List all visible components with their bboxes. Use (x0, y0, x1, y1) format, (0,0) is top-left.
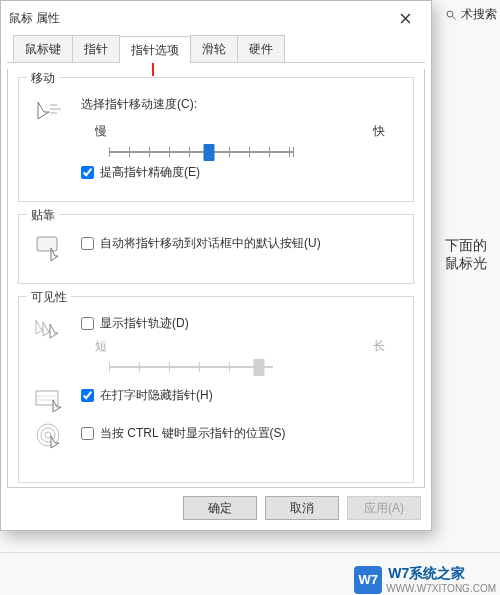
pointer-options-panel: 移动 选择指针移动速度(C): 慢 快 (7, 69, 425, 488)
svg-point-14 (45, 432, 51, 438)
snap-to-default-checkbox[interactable] (81, 237, 94, 250)
trails-short-label: 短 (95, 338, 107, 355)
tab-wheel[interactable]: 滑轮 (190, 35, 238, 62)
trails-slider (81, 361, 301, 373)
background-divider (0, 552, 500, 553)
group-visibility: 可见性 显示指针轨迹(D) (18, 296, 414, 483)
slow-label: 慢 (95, 123, 107, 140)
speed-slider[interactable] (81, 146, 321, 158)
show-trails-label: 显示指针轨迹(D) (100, 315, 189, 332)
hide-while-typing-label: 在打字时隐藏指针(H) (100, 387, 213, 404)
speed-label: 选择指针移动速度(C): (81, 96, 399, 113)
fast-label: 快 (373, 123, 385, 140)
close-button[interactable] (387, 7, 423, 29)
enhance-precision-label: 提高指针精确度(E) (100, 164, 200, 181)
search-icon (445, 9, 457, 21)
watermark-text: W7系统之家 (388, 565, 496, 583)
ctrl-locate-checkbox[interactable] (81, 427, 94, 440)
apply-button[interactable]: 应用(A) (347, 496, 421, 520)
ctrl-locate-icon (33, 421, 67, 451)
speed-icon (33, 96, 67, 126)
ok-button[interactable]: 确定 (183, 496, 257, 520)
hide-typing-icon (33, 385, 67, 415)
trails-icon (33, 315, 67, 345)
enhance-precision-checkbox[interactable] (81, 166, 94, 179)
trails-long-label: 长 (373, 338, 385, 355)
background-side-text: 下面的鼠标光 (445, 237, 500, 273)
group-motion-title: 移动 (27, 70, 59, 87)
watermark: W7 W7系统之家 WWW.W7XITONG.COM (354, 565, 496, 594)
show-trails-checkbox[interactable] (81, 317, 94, 330)
mouse-properties-dialog: 鼠标 属性 鼠标键 指针 指针选项 滑轮 硬件 移动 选择指针移动速度(C): (0, 0, 432, 531)
background-search-label: 术搜索 (461, 6, 497, 23)
svg-point-0 (447, 11, 453, 17)
dialog-button-bar: 确定 取消 应用(A) (1, 488, 431, 530)
group-motion: 移动 选择指针移动速度(C): 慢 快 (18, 77, 414, 202)
close-icon (400, 13, 411, 24)
tab-buttons[interactable]: 鼠标键 (13, 35, 73, 62)
tab-pointers[interactable]: 指针 (72, 35, 120, 62)
watermark-sub: WWW.W7XITONG.COM (386, 583, 496, 594)
tab-hardware[interactable]: 硬件 (237, 35, 285, 62)
svg-rect-8 (37, 237, 57, 251)
svg-line-1 (453, 16, 456, 19)
hide-while-typing-checkbox[interactable] (81, 389, 94, 402)
group-visibility-title: 可见性 (27, 289, 71, 306)
group-snap: 贴靠 自动将指针移动到对话框中的默认按钮(U) (18, 214, 414, 284)
window-title: 鼠标 属性 (9, 10, 60, 27)
panel-wrap: 移动 选择指针移动速度(C): 慢 快 (1, 63, 431, 488)
background-search: 术搜索 (445, 6, 497, 23)
group-snap-title: 贴靠 (27, 207, 59, 224)
snap-to-default-label: 自动将指针移动到对话框中的默认按钮(U) (100, 235, 321, 252)
tab-pointer-options[interactable]: 指针选项 (119, 36, 191, 63)
cancel-button[interactable]: 取消 (265, 496, 339, 520)
ctrl-locate-label: 当按 CTRL 键时显示指针的位置(S) (100, 425, 286, 442)
snap-icon (33, 233, 67, 263)
title-bar: 鼠标 属性 (1, 1, 431, 33)
watermark-logo: W7 (354, 566, 382, 594)
tab-bar: 鼠标键 指针 指针选项 滑轮 硬件 (7, 35, 425, 63)
